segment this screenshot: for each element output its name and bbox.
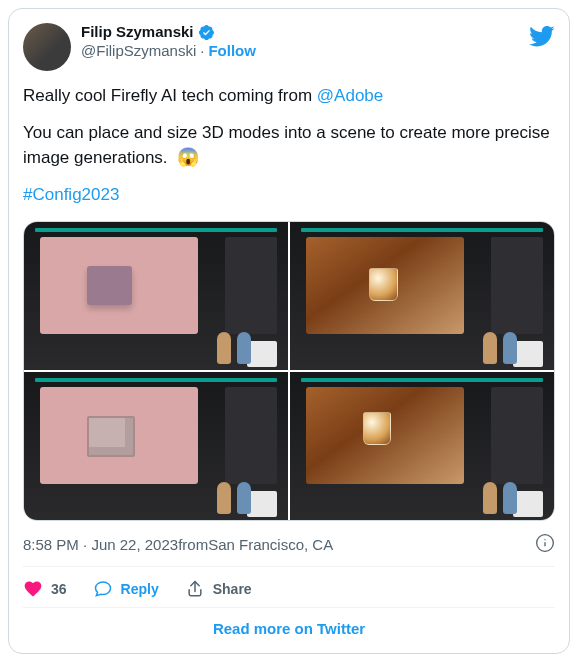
tweet-text-line2: You can place and size 3D modes into a s…: [23, 123, 550, 167]
tweet-content: Really cool Firefly AI tech coming from …: [23, 85, 555, 207]
share-label: Share: [213, 581, 252, 597]
avatar[interactable]: [23, 23, 71, 71]
display-name[interactable]: Filip Szymanski: [81, 23, 194, 42]
media-image-1[interactable]: [24, 222, 288, 370]
actions-row: 36 Reply Share: [23, 577, 555, 607]
tweet-text-line1: Really cool Firefly AI tech coming from: [23, 86, 317, 105]
heart-icon: [23, 579, 43, 599]
share-icon: [185, 579, 205, 599]
divider: [23, 566, 555, 567]
info-icon[interactable]: [535, 533, 555, 556]
twitter-logo-icon[interactable]: [529, 23, 555, 49]
svg-point-2: [544, 539, 545, 540]
tweet-card: Filip Szymanski @FilipSzymanski · Follow…: [8, 8, 570, 654]
verified-icon: [198, 24, 215, 41]
share-button[interactable]: Share: [185, 579, 252, 599]
handle[interactable]: @FilipSzymanski: [81, 42, 196, 61]
location-link[interactable]: San Francisco, CA: [208, 536, 333, 553]
separator-dot: ·: [200, 42, 204, 61]
emoji-scream: 😱: [177, 147, 199, 167]
media-grid: [23, 221, 555, 521]
read-more-link[interactable]: Read more on Twitter: [23, 607, 555, 649]
like-button[interactable]: 36: [23, 579, 67, 599]
reply-label: Reply: [121, 581, 159, 597]
media-image-3[interactable]: [24, 372, 288, 520]
mention-adobe[interactable]: @Adobe: [317, 86, 383, 105]
timestamp[interactable]: 8:58 PM · Jun 22, 2023: [23, 536, 178, 553]
media-image-4[interactable]: [290, 372, 554, 520]
reply-icon: [93, 579, 113, 599]
author-block: Filip Szymanski @FilipSzymanski · Follow: [81, 23, 256, 61]
media-image-2[interactable]: [290, 222, 554, 370]
reply-button[interactable]: Reply: [93, 579, 159, 599]
meta-row: 8:58 PM · Jun 22, 2023 from San Francisc…: [23, 533, 555, 556]
like-count: 36: [51, 581, 67, 597]
follow-link[interactable]: Follow: [208, 42, 256, 61]
tweet-header: Filip Szymanski @FilipSzymanski · Follow: [23, 23, 555, 71]
hashtag-config2023[interactable]: #Config2023: [23, 185, 119, 204]
from-label: from: [178, 536, 208, 553]
